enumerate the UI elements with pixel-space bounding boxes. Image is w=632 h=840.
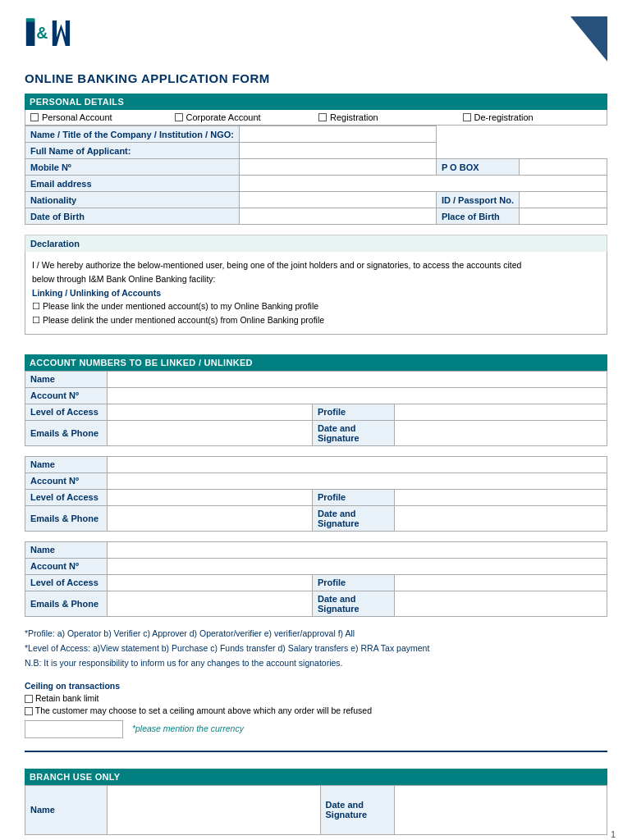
currency-input-row: *please mention the currency [25,720,607,738]
branch-table: Name Date and Signature [25,785,607,835]
ceiling-section: Ceiling on transactions Retain bank limi… [25,681,607,738]
svg-rect-0 [26,21,35,46]
personal-details-header: PERSONAL DETAILS [25,94,607,110]
ceiling-amount-checkbox[interactable]: The customer may choose to set a ceiling… [25,705,607,715]
personal-account-checkbox[interactable]: Personal Account [30,112,170,122]
section-divider [25,751,607,752]
account-type-row: Personal Account Corporate Account Regis… [25,110,607,126]
account3-email-row: Emails & Phone Date and Signature [25,591,607,616]
account1-name-row: Name [25,371,607,387]
deregistration-box[interactable] [463,113,471,121]
account1-number-row: Account Nº [25,387,607,404]
declaration-text: I / We hereby authorize the below-mentio… [25,252,607,335]
ceiling-header: Ceiling on transactions [25,681,607,691]
mobile-pobox-row: Mobile Nº P O BOX [25,159,607,176]
profile-note: *Profile: a) Operator b) Verifier c) App… [25,627,607,641]
account3-access-row: Level of Access Profile [25,574,607,591]
account1-access-row: Level of Access Profile [25,404,607,420]
account3-name-row: Name [25,541,607,558]
account1-email-row: Emails & Phone Date and Signature [25,420,607,445]
full-name-row: Full Name of Applicant: [25,143,607,159]
logo: & [25,16,90,59]
deregistration-checkbox[interactable]: De-registration [463,112,602,122]
account2-name-row: Name [25,456,607,472]
corner-decoration [570,16,607,63]
account-block-3: Name Account Nº Level of Access Profile … [25,541,607,617]
branch-header: BRANCH USE ONLY [25,769,607,785]
corporate-account-checkbox[interactable]: Corporate Account [175,112,314,122]
corporate-account-box[interactable] [175,113,183,121]
registration-checkbox[interactable]: Registration [318,112,458,122]
account2-email-row: Emails & Phone Date and Signature [25,505,607,531]
email-row: Email address [25,176,607,192]
svg-rect-3 [26,18,35,21]
account-block-2: Name Account Nº Level of Access Profile … [25,456,607,532]
page-number: 1 [611,829,616,839]
account2-number-row: Account Nº [25,472,607,489]
retain-bank-box[interactable] [25,695,33,703]
notes-section: *Profile: a) Operator b) Verifier c) App… [25,627,607,671]
account-table-2: Name Account Nº Level of Access Profile … [25,456,607,532]
ceiling-amount-input[interactable] [25,720,123,738]
account-table-1: Name Account Nº Level of Access Profile … [25,371,607,446]
dob-row: Date of Birth Place of Birth [25,208,607,225]
retain-bank-checkbox[interactable]: Retain bank limit [25,693,607,703]
svg-text:&: & [36,24,48,42]
nb-note: N.B: It is your responsibility to inform… [25,656,607,671]
svg-marker-2 [53,21,70,46]
registration-box[interactable] [318,113,327,121]
account-block-1: Name Account Nº Level of Access Profile … [25,371,607,446]
access-note: *Level of Access: a)View statement b) Pu… [25,641,607,656]
form-title: ONLINE BANKING APPLICATION FORM [25,71,607,85]
branch-row: Name Date and Signature [25,785,607,834]
ceiling-amount-box[interactable] [25,707,33,715]
header-area: & [25,16,607,63]
declaration-header: Declaration [25,235,607,252]
account3-number-row: Account Nº [25,558,607,574]
account-section-header: ACCOUNT NUMBERS TO BE LINKED / UNLINKED [25,354,607,371]
company-name-row: Name / Title of the Company / Institutio… [25,126,607,143]
account-table-3: Name Account Nº Level of Access Profile … [25,541,607,617]
account2-access-row: Level of Access Profile [25,489,607,505]
personal-account-box[interactable] [30,113,39,121]
svg-marker-4 [570,16,607,62]
personal-details-table: Name / Title of the Company / Institutio… [25,126,607,225]
nationality-row: Nationality ID / Passport No. [25,192,607,208]
branch-section: BRANCH USE ONLY Name Date and Signature [25,769,607,835]
currency-note: *please mention the currency [132,724,244,733]
